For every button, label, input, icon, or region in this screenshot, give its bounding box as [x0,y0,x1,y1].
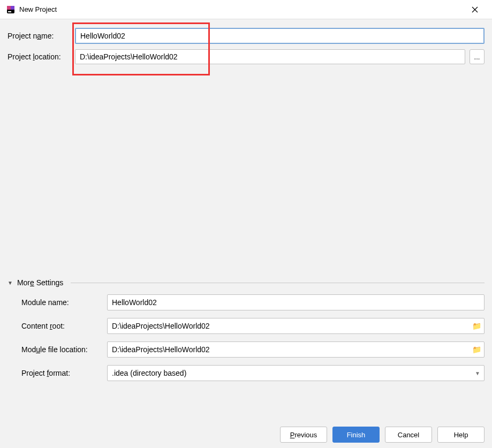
module-file-location-input[interactable] [107,341,485,358]
project-name-row: Project name: [7,28,485,44]
browse-location-button[interactable]: ... [470,49,485,64]
project-location-input[interactable] [75,49,465,64]
svg-rect-2 [11,6,14,10]
dialog-content: Project name: Project location: ... ▼ Mo… [0,19,492,381]
content-root-label: Content root: [21,322,107,330]
more-settings-body: Module name: Content root: 📁 Module file… [7,294,485,381]
close-icon [472,6,478,13]
window-title: New Project [19,5,57,13]
chevron-down-icon: ▼ [7,280,13,286]
finish-button[interactable]: Finish [332,427,380,443]
close-button[interactable] [464,0,486,19]
previous-button[interactable]: Previous [280,427,327,443]
module-name-row: Module name: [21,294,485,310]
dialog-footer: Previous Finish Cancel Help [280,427,485,443]
project-name-input[interactable] [75,28,485,44]
module-file-location-row: Module file location: 📁 [21,341,485,358]
svg-rect-1 [7,6,11,10]
project-format-row: Project format: .idea (directory based) … [21,365,485,381]
content-root-row: Content root: 📁 [21,318,485,334]
spacer [7,70,485,278]
separator-line [71,283,485,283]
module-name-label: Module name: [21,298,107,307]
cancel-button[interactable]: Cancel [385,427,432,443]
module-name-input[interactable] [107,294,485,310]
help-button[interactable]: Help [437,427,485,443]
svg-rect-3 [8,11,11,12]
intellij-icon [6,5,15,14]
project-location-row: Project location: ... [7,49,485,64]
project-name-label: Project name: [7,32,75,40]
titlebar-left: New Project [6,5,57,14]
project-location-label: Project location: [7,52,75,61]
content-root-input[interactable] [107,318,485,334]
project-format-label: Project format: [21,369,107,377]
titlebar: New Project [0,0,492,19]
module-file-location-label: Module file location: [21,345,107,354]
more-settings-label: More Settings [17,278,63,287]
more-settings-toggle[interactable]: ▼ More Settings [7,278,485,287]
project-format-select[interactable]: .idea (directory based) [107,365,485,381]
